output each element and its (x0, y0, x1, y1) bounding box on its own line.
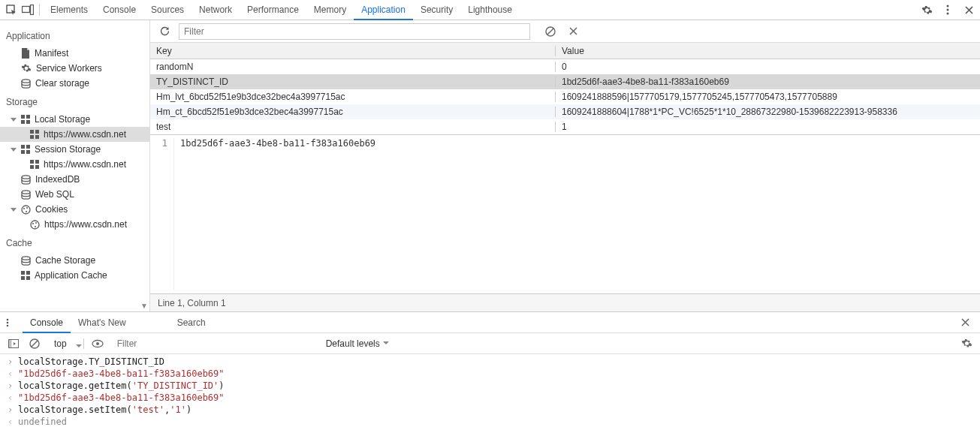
tab-lighthouse[interactable]: Lighthouse (460, 0, 520, 20)
drawer-tab-search[interactable]: Search (170, 312, 213, 333)
tab-sources[interactable]: Sources (143, 0, 191, 20)
svg-rect-10 (26, 120, 30, 124)
svg-line-39 (547, 29, 553, 35)
svg-rect-37 (26, 276, 30, 280)
drawer-tab-what-s-new[interactable]: What's New (71, 312, 134, 333)
table-row[interactable]: Hm_lvt_6bcd52f51e9b3dce32bec4a3997715ac1… (150, 89, 980, 104)
drawer-more-icon[interactable] (6, 318, 21, 327)
sidebar-label: Manifest (35, 48, 68, 59)
storage-table-body: randomN0TY_DISTINCT_ID1bd25d6f-aae3-4be8… (150, 59, 980, 135)
sidebar-item-cookies[interactable]: Cookies (0, 202, 149, 217)
cell-key: randomN (150, 62, 556, 72)
svg-rect-14 (35, 135, 39, 139)
cell-key: Hm_ct_6bcd52f51e9b3dce32bec4a3997715ac (150, 107, 556, 117)
tab-security[interactable]: Security (413, 0, 460, 20)
close-icon[interactable] (960, 2, 977, 18)
grid-icon (30, 130, 39, 139)
svg-rect-20 (35, 160, 39, 164)
console-line-body: "1bd25d6f-aae3-4be8-ba11-f383a160eb69" (18, 368, 225, 379)
inspect-icon[interactable] (3, 2, 20, 18)
svg-rect-35 (26, 271, 30, 275)
svg-rect-13 (30, 135, 34, 139)
cell-value: 1609241888596|1577705179,1577705245,1577… (556, 92, 980, 102)
sidebar-group-application: Application (0, 25, 149, 46)
table-row[interactable]: randomN0 (150, 59, 980, 74)
sidebar-item-session-storage[interactable]: Session Storage (0, 142, 149, 157)
sidebar-item-clear-storage[interactable]: Clear storage (0, 76, 149, 91)
grid-icon (21, 115, 30, 124)
gear-icon[interactable] (918, 2, 935, 18)
sidebar-origin-item[interactable]: https://www.csdn.net (0, 217, 149, 232)
sidebar-item-service-workers[interactable]: Service Workers (0, 61, 149, 76)
sidebar-origin-item[interactable]: https://www.csdn.net (0, 157, 149, 172)
console-toolbar: top Default levels (0, 333, 980, 354)
svg-rect-21 (30, 165, 34, 169)
grid-icon (30, 160, 39, 169)
refresh-icon[interactable] (156, 23, 173, 40)
tab-network[interactable]: Network (191, 0, 240, 20)
live-expression-icon[interactable] (90, 336, 105, 351)
scroll-down-arrow[interactable]: ▼ (140, 302, 148, 310)
cell-value: 1609241888604|1788*1*PC_VC!6525*1*10_288… (556, 107, 980, 117)
storage-filter-input[interactable] (179, 23, 530, 40)
preview-lineno: 1 (153, 138, 174, 290)
sidebar-label: Cache Storage (35, 255, 95, 266)
table-row[interactable]: TY_DISTINCT_ID1bd25d6f-aae3-4be8-ba11-f3… (150, 74, 980, 89)
sidebar-origin-item[interactable]: https://www.csdn.net (0, 127, 149, 142)
svg-point-32 (35, 226, 36, 227)
table-row[interactable]: Hm_ct_6bcd52f51e9b3dce32bec4a3997715ac16… (150, 104, 980, 119)
value-preview: 1 1bd25d6f-aae3-4be8-ba11-f383a160eb69 (150, 135, 980, 293)
sidebar-item-manifest[interactable]: Manifest (0, 46, 149, 61)
console-line: ›localStorage.getItem('TY_DISTINCT_ID') (0, 380, 980, 392)
sidebar-label: IndexedDB (35, 174, 80, 185)
drawer-tab-console[interactable]: Console (23, 312, 71, 333)
expand-arrow-icon (11, 208, 17, 212)
console-line: ›localStorage.TY_DISTINCT_ID (0, 356, 980, 368)
tab-elements[interactable]: Elements (43, 0, 95, 20)
cell-value: 0 (556, 62, 980, 72)
clear-all-icon[interactable] (542, 23, 559, 40)
device-toggle-icon[interactable] (20, 2, 36, 18)
table-row[interactable]: test1 (150, 119, 980, 134)
svg-point-6 (22, 79, 30, 82)
svg-point-30 (32, 223, 34, 224)
svg-rect-1 (23, 7, 30, 13)
execution-context-select[interactable]: top (54, 338, 77, 349)
sidebar-item-web-sql[interactable]: Web SQL (0, 187, 149, 202)
sidebar-label: Cookies (35, 204, 68, 215)
db-icon (21, 175, 31, 185)
tab-memory[interactable]: Memory (306, 0, 354, 20)
col-key-header[interactable]: Key (150, 46, 556, 56)
more-icon[interactable] (939, 2, 956, 18)
sidebar-item-application-cache[interactable]: Application Cache (0, 268, 149, 283)
sidebar-item-cache-storage[interactable]: Cache Storage (0, 253, 149, 268)
tab-application[interactable]: Application (354, 0, 413, 20)
log-levels-select[interactable]: Default levels (326, 338, 389, 349)
svg-point-23 (22, 175, 30, 178)
console-sidebar-toggle-icon[interactable] (6, 336, 21, 351)
col-value-header[interactable]: Value (556, 46, 980, 56)
svg-rect-16 (26, 145, 30, 149)
svg-rect-11 (30, 130, 34, 134)
clear-console-icon[interactable] (27, 336, 42, 351)
console-line: ‹undefined (0, 416, 980, 428)
sidebar-item-local-storage[interactable]: Local Storage (0, 112, 149, 127)
cell-value: 1bd25d6f-aae3-4be8-ba11-f383a160eb69 (556, 77, 980, 87)
console-output[interactable]: ›localStorage.TY_DISTINCT_ID‹"1bd25d6f-a… (0, 354, 980, 439)
output-chevron-icon: ‹ (8, 416, 18, 427)
drawer-close-icon[interactable] (957, 318, 974, 326)
svg-point-25 (22, 206, 30, 214)
file-icon (21, 48, 30, 59)
sidebar-item-indexeddb[interactable]: IndexedDB (0, 172, 149, 187)
tab-console[interactable]: Console (95, 0, 143, 20)
cell-key: TY_DISTINCT_ID (150, 77, 556, 87)
delete-selected-icon[interactable] (565, 23, 581, 40)
console-filter-input[interactable] (117, 338, 320, 349)
tab-performance[interactable]: Performance (240, 0, 306, 20)
sidebar-label: Application Cache (35, 270, 107, 281)
console-settings-icon[interactable] (959, 336, 974, 351)
svg-point-4 (947, 9, 949, 11)
svg-rect-7 (21, 115, 25, 119)
preview-text: 1bd25d6f-aae3-4be8-ba11-f383a160eb69 (174, 138, 375, 290)
sidebar-label: Session Storage (35, 144, 101, 155)
